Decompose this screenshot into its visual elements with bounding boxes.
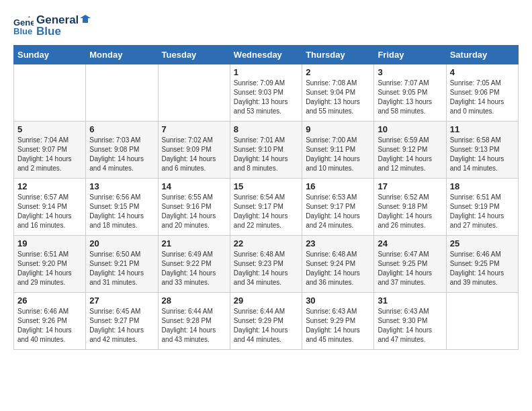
day-number: 7 [162,124,226,134]
calendar-cell: 3Sunrise: 7:07 AM Sunset: 9:05 PM Daylig… [374,64,446,122]
calendar-cell: 18Sunrise: 6:51 AM Sunset: 9:19 PM Dayli… [446,179,518,236]
day-info: Sunrise: 7:03 AM Sunset: 9:08 PM Dayligh… [89,136,154,173]
day-number: 12 [17,181,82,191]
day-info: Sunrise: 6:59 AM Sunset: 9:12 PM Dayligh… [378,136,442,173]
day-number: 25 [450,238,515,248]
day-info: Sunrise: 6:44 AM Sunset: 9:29 PM Dayligh… [234,307,298,345]
logo-icon: General Blue [13,16,34,36]
calendar-cell: 4Sunrise: 7:05 AM Sunset: 9:06 PM Daylig… [446,64,518,122]
day-info: Sunrise: 6:44 AM Sunset: 9:28 PM Dayligh… [162,307,226,345]
day-info: Sunrise: 6:49 AM Sunset: 9:22 PM Dayligh… [162,250,226,287]
calendar-cell: 21Sunrise: 6:49 AM Sunset: 9:22 PM Dayli… [158,236,230,293]
day-info: Sunrise: 7:01 AM Sunset: 9:10 PM Dayligh… [234,136,298,173]
calendar-cell: 15Sunrise: 6:54 AM Sunset: 9:17 PM Dayli… [230,179,302,236]
day-number: 22 [234,238,298,248]
calendar-cell: 20Sunrise: 6:50 AM Sunset: 9:21 PM Dayli… [86,236,158,293]
day-number: 10 [378,124,442,134]
calendar-cell: 28Sunrise: 6:44 AM Sunset: 9:28 PM Dayli… [158,293,230,350]
calendar-week-row: 1Sunrise: 7:09 AM Sunset: 9:03 PM Daylig… [14,64,519,122]
svg-marker-3 [80,15,91,23]
day-number: 24 [378,238,442,248]
logo-blue-text: Blue [36,25,91,38]
day-number: 14 [162,181,226,191]
calendar-cell [446,293,518,350]
calendar-cell [14,64,86,122]
logo: General Blue General Blue [13,13,91,38]
calendar-table: SundayMondayTuesdayWednesdayThursdayFrid… [13,45,519,350]
calendar-day-header: Tuesday [158,46,230,64]
day-info: Sunrise: 6:51 AM Sunset: 9:19 PM Dayligh… [450,193,515,230]
calendar-cell: 25Sunrise: 6:46 AM Sunset: 9:25 PM Dayli… [446,236,518,293]
day-number: 16 [306,181,370,191]
calendar-day-header: Saturday [446,46,518,64]
calendar-cell [86,64,158,122]
day-info: Sunrise: 6:48 AM Sunset: 9:24 PM Dayligh… [306,250,370,287]
day-number: 19 [17,238,82,248]
day-number: 26 [17,295,82,306]
day-info: Sunrise: 7:00 AM Sunset: 9:11 PM Dayligh… [306,136,370,173]
day-info: Sunrise: 6:53 AM Sunset: 9:17 PM Dayligh… [306,193,370,230]
day-info: Sunrise: 6:48 AM Sunset: 9:23 PM Dayligh… [234,250,298,287]
calendar-week-row: 5Sunrise: 7:04 AM Sunset: 9:07 PM Daylig… [14,122,519,179]
day-info: Sunrise: 6:57 AM Sunset: 9:14 PM Dayligh… [17,193,82,230]
day-info: Sunrise: 6:52 AM Sunset: 9:18 PM Dayligh… [378,193,442,230]
calendar-day-header: Monday [86,46,158,64]
calendar-day-header: Wednesday [230,46,302,64]
day-info: Sunrise: 6:51 AM Sunset: 9:20 PM Dayligh… [17,250,82,287]
calendar-cell: 5Sunrise: 7:04 AM Sunset: 9:07 PM Daylig… [14,122,86,179]
calendar-cell: 12Sunrise: 6:57 AM Sunset: 9:14 PM Dayli… [14,179,86,236]
calendar-cell: 13Sunrise: 6:56 AM Sunset: 9:15 PM Dayli… [86,179,158,236]
calendar-cell: 23Sunrise: 6:48 AM Sunset: 9:24 PM Dayli… [302,236,374,293]
day-info: Sunrise: 6:45 AM Sunset: 9:27 PM Dayligh… [89,307,154,345]
day-number: 1 [234,67,298,77]
svg-text:Blue: Blue [13,26,32,36]
day-number: 2 [306,67,370,77]
calendar-cell: 9Sunrise: 7:00 AM Sunset: 9:11 PM Daylig… [302,122,374,179]
calendar-cell: 7Sunrise: 7:02 AM Sunset: 9:09 PM Daylig… [158,122,230,179]
day-number: 15 [234,181,298,191]
day-number: 9 [306,124,370,134]
day-info: Sunrise: 6:43 AM Sunset: 9:30 PM Dayligh… [378,307,442,345]
day-number: 31 [378,295,442,306]
day-info: Sunrise: 7:08 AM Sunset: 9:04 PM Dayligh… [306,79,370,116]
day-info: Sunrise: 7:07 AM Sunset: 9:05 PM Dayligh… [378,79,442,116]
calendar-cell: 17Sunrise: 6:52 AM Sunset: 9:18 PM Dayli… [374,179,446,236]
day-number: 27 [89,295,154,306]
calendar-cell: 2Sunrise: 7:08 AM Sunset: 9:04 PM Daylig… [302,64,374,122]
day-info: Sunrise: 6:58 AM Sunset: 9:13 PM Dayligh… [450,136,515,173]
logo-arrow-icon [80,15,91,26]
day-number: 30 [306,295,370,306]
calendar-header-row: SundayMondayTuesdayWednesdayThursdayFrid… [14,46,519,64]
day-number: 21 [162,238,226,248]
calendar-cell: 11Sunrise: 6:58 AM Sunset: 9:13 PM Dayli… [446,122,518,179]
calendar-cell: 6Sunrise: 7:03 AM Sunset: 9:08 PM Daylig… [86,122,158,179]
page-header: General Blue General Blue [13,13,519,38]
day-info: Sunrise: 6:46 AM Sunset: 9:25 PM Dayligh… [450,250,515,287]
calendar-week-row: 26Sunrise: 6:46 AM Sunset: 9:26 PM Dayli… [14,293,519,350]
calendar-week-row: 12Sunrise: 6:57 AM Sunset: 9:14 PM Dayli… [14,179,519,236]
day-info: Sunrise: 6:46 AM Sunset: 9:26 PM Dayligh… [17,307,82,345]
calendar-cell: 8Sunrise: 7:01 AM Sunset: 9:10 PM Daylig… [230,122,302,179]
day-number: 6 [89,124,154,134]
calendar-cell: 26Sunrise: 6:46 AM Sunset: 9:26 PM Dayli… [14,293,86,350]
calendar-cell: 1Sunrise: 7:09 AM Sunset: 9:03 PM Daylig… [230,64,302,122]
calendar-cell [158,64,230,122]
calendar-cell: 16Sunrise: 6:53 AM Sunset: 9:17 PM Dayli… [302,179,374,236]
day-info: Sunrise: 7:04 AM Sunset: 9:07 PM Dayligh… [17,136,82,173]
day-number: 29 [234,295,298,306]
day-info: Sunrise: 6:55 AM Sunset: 9:16 PM Dayligh… [162,193,226,230]
calendar-cell: 29Sunrise: 6:44 AM Sunset: 9:29 PM Dayli… [230,293,302,350]
calendar-day-header: Thursday [302,46,374,64]
calendar-cell: 31Sunrise: 6:43 AM Sunset: 9:30 PM Dayli… [374,293,446,350]
day-number: 28 [162,295,226,306]
day-number: 13 [89,181,154,191]
calendar-cell: 10Sunrise: 6:59 AM Sunset: 9:12 PM Dayli… [374,122,446,179]
calendar-cell: 27Sunrise: 6:45 AM Sunset: 9:27 PM Dayli… [86,293,158,350]
day-info: Sunrise: 6:47 AM Sunset: 9:25 PM Dayligh… [378,250,442,287]
day-number: 4 [450,67,515,77]
day-number: 8 [234,124,298,134]
day-info: Sunrise: 6:56 AM Sunset: 9:15 PM Dayligh… [89,193,154,230]
calendar-day-header: Sunday [14,46,86,64]
calendar-cell: 22Sunrise: 6:48 AM Sunset: 9:23 PM Dayli… [230,236,302,293]
day-number: 23 [306,238,370,248]
